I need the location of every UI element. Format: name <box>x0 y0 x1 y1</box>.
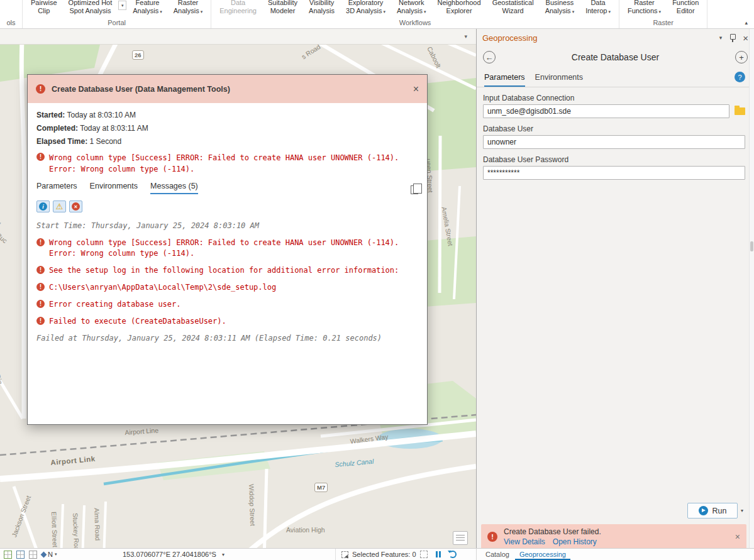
ribbon-button-pairwise-clip[interactable]: PairwiseClip <box>26 0 62 15</box>
add-button[interactable]: + <box>735 51 748 63</box>
ribbon-button-business-analysis[interactable]: BusinessAnalysis▾ <box>540 0 579 16</box>
scrollbar-thumb[interactable] <box>750 241 753 251</box>
ribbon-button-geostatistical-wizard[interactable]: GeostatisticalWizard <box>487 0 539 15</box>
ribbon-button-label: Functions▾ <box>628 7 661 16</box>
ribbon-button-visibility-analysis[interactable]: VisibilityAnalysis <box>304 0 340 15</box>
map-label: Schulz Canal <box>335 458 374 468</box>
pause-icon[interactable] <box>436 551 441 557</box>
selection-box-icon[interactable] <box>420 551 428 558</box>
run-options-chevron[interactable]: ▾ <box>738 503 746 519</box>
panel-tab-parameters[interactable]: Parameters <box>484 73 525 87</box>
coordinates-value: 153.0706077°E 27.4041806°S <box>123 551 216 558</box>
map-label: Alma Road <box>93 508 102 541</box>
ribbon-button-label: Interop▾ <box>585 7 611 16</box>
input-database-user[interactable] <box>483 135 745 149</box>
elapsed-value: 1 Second <box>89 137 121 146</box>
ribbon-button-label: Explorer <box>438 7 481 15</box>
filter-info-button[interactable]: i <box>36 200 50 212</box>
error-icon: ! <box>36 300 45 308</box>
tool-result-dialog: ! Create Database User (Data Management … <box>27 74 428 425</box>
basemap-icon[interactable] <box>16 551 25 559</box>
tool-header: ← Create Database User + <box>477 47 754 68</box>
filter-error-button[interactable]: × <box>69 200 82 212</box>
filter-warning-button[interactable]: ⚠ <box>53 200 66 212</box>
route-shield: M7 <box>314 483 328 492</box>
ribbon-button-label: Geostatistical <box>492 0 534 7</box>
chevron-down-icon[interactable]: ▾ <box>464 33 467 40</box>
ribbon-button-label: Clip <box>31 7 57 15</box>
ribbon-button-label: Business <box>545 0 574 7</box>
ribbon-button-suitability-modeler[interactable]: SuitabilityModeler <box>263 0 302 15</box>
ribbon-button-label: Optimized Hot <box>69 0 113 7</box>
ribbon-button-label: Analysis <box>309 7 335 15</box>
pane-tab-catalog[interactable]: Catalog <box>481 549 514 560</box>
ribbon-button-function-editor[interactable]: FunctionEditor <box>667 0 704 15</box>
map-label: Amelia Street <box>440 206 455 246</box>
ribbon-button-label: Data <box>219 0 257 7</box>
panel-scrollbar[interactable] <box>749 29 754 548</box>
link-open-history[interactable]: Open History <box>553 537 597 546</box>
dialog-tabs: ParametersEnvironmentsMessages (5) <box>36 182 198 194</box>
dialog-tab-parameters[interactable]: Parameters <box>36 182 77 194</box>
dialog-tab-environments[interactable]: Environments <box>90 182 138 194</box>
log-text: C:\Users\anryan\AppData\Local\Temp\2\sde… <box>49 282 276 293</box>
ribbon-button-feature-analysis[interactable]: FeatureAnalysis▾ <box>128 0 167 16</box>
link-view-details[interactable]: View Details <box>504 537 545 546</box>
arcgis-pro-window: ols PairwiseClipOptimized HotSpot Analys… <box>0 0 754 560</box>
close-icon[interactable]: × <box>735 532 740 541</box>
copy-icon[interactable] <box>411 185 418 194</box>
input-input-database-connection[interactable] <box>483 104 729 118</box>
map-notification-icon[interactable] <box>453 531 468 545</box>
message-log: Start Time: Thursday, January 25, 2024 8… <box>36 221 418 344</box>
map-label: Airport Line <box>125 426 158 436</box>
error-icon: × <box>72 202 80 211</box>
pane-tab-geoprocessing[interactable]: Geoprocessing <box>515 549 570 560</box>
ribbon-button-optimized-hot-spot-analysis[interactable]: Optimized HotSpot Analysis <box>64 0 118 15</box>
pin-icon[interactable] <box>729 34 735 42</box>
coordinates-control[interactable]: 153.0706077°E 27.4041806°S ▾ <box>123 549 225 560</box>
ribbon-button-raster-analysis[interactable]: RasterAnalysis▾ <box>169 0 208 16</box>
selection-icon <box>341 551 348 558</box>
back-button[interactable]: ← <box>483 51 496 63</box>
status-bar: N ▾ 153.0706077°E 27.4041806°S ▾ Selecte… <box>0 548 754 560</box>
form-field: Database User Password <box>483 155 745 180</box>
ribbon-collapse-icon[interactable]: ▴ <box>745 19 748 26</box>
close-icon[interactable]: × <box>743 33 748 43</box>
ribbon-button-neighborhood-explorer[interactable]: NeighborhoodExplorer <box>433 0 486 15</box>
notification-text: Create Database User failed. View Detail… <box>504 527 729 546</box>
chevron-down-icon[interactable]: ▾ <box>719 35 723 41</box>
snapping-icon[interactable] <box>29 551 37 559</box>
dialog-tab-messages-5[interactable]: Messages (5) <box>150 182 198 194</box>
chevron-down-icon: ▾ <box>424 9 426 14</box>
chevron-down-icon: ▾ <box>384 9 386 14</box>
ribbon-button-label: Analysis▾ <box>174 7 202 16</box>
input-database-user-password[interactable] <box>483 166 745 180</box>
compass-control[interactable]: N ▾ <box>42 551 57 558</box>
map-label: Aviation High <box>286 526 325 534</box>
pane-titlebar: Geoprocessing ▾ × <box>477 29 754 47</box>
refresh-icon[interactable] <box>449 551 457 558</box>
ribbon-button-network-analysis[interactable]: NetworkAnalysis▾ <box>392 0 431 16</box>
panel-tab-environments[interactable]: Environments <box>535 73 583 87</box>
run-button[interactable]: Run <box>687 503 738 519</box>
ribbon-button-exploratory-3d-analysis[interactable]: Exploratory3D Analysis▾ <box>341 0 391 16</box>
compass-label: N <box>48 551 53 558</box>
split-dropdown-button[interactable]: ▾ <box>118 1 126 10</box>
form-field: Database User <box>483 124 745 149</box>
folder-icon[interactable] <box>735 107 745 115</box>
ribbon-button-raster-functions[interactable]: RasterFunctions▾ <box>623 0 666 16</box>
log-entry: !See the setup log in the following loca… <box>36 265 418 276</box>
log-entry: !Failed to execute (CreateDatabaseUser). <box>36 316 418 327</box>
ribbon-button-label: Raster <box>174 0 202 7</box>
map-label: s Road <box>300 43 321 60</box>
map-label: Buc <box>0 231 9 244</box>
close-icon[interactable]: × <box>413 84 419 94</box>
ribbon-button-label: Function <box>672 0 699 7</box>
ribbon-button-label: Data <box>585 0 611 7</box>
ribbon-button-data-interop[interactable]: DataInterop▾ <box>580 0 616 16</box>
drawing-grid-icon[interactable] <box>4 551 12 559</box>
route-shield: 26 <box>132 50 144 60</box>
help-icon[interactable]: ? <box>735 72 745 82</box>
dialog-title: Create Database User (Data Management To… <box>52 85 407 94</box>
ribbon-button-label: Analysis▾ <box>397 7 426 16</box>
